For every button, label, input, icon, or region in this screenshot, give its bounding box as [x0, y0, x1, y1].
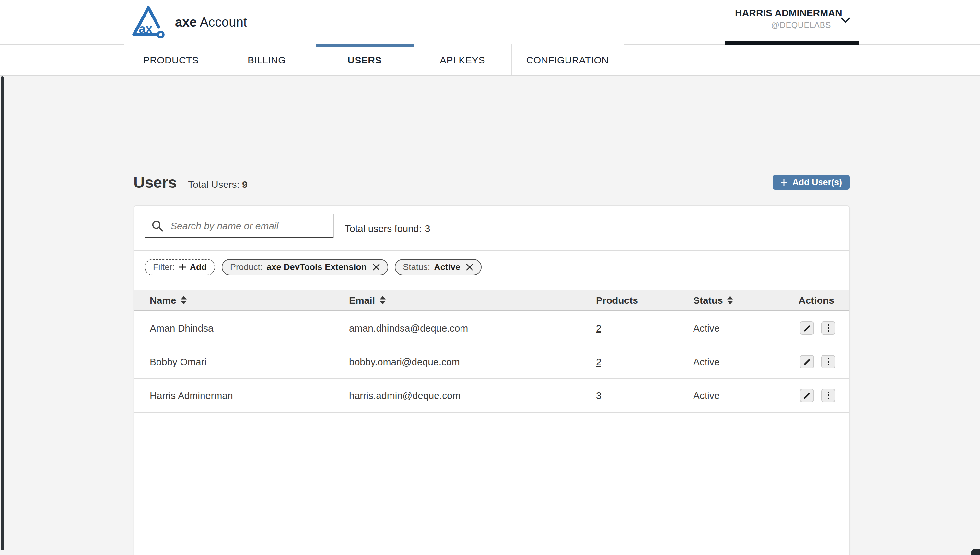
- content-area: Users Total Users: 9 Add User(s): [0, 76, 980, 555]
- cell-status: Active: [693, 322, 798, 334]
- products-count-link[interactable]: 2: [596, 356, 602, 367]
- results-count-value: 3: [425, 223, 430, 233]
- cell-status: Active: [693, 356, 798, 367]
- chevron-down-icon: [841, 18, 850, 23]
- horizontal-scrollbar[interactable]: [0, 553, 980, 554]
- sort-icon: [181, 296, 187, 305]
- cell-name: Bobby Omari: [150, 356, 349, 367]
- cell-status: Active: [693, 390, 798, 401]
- table-row: Bobby Omari bobby.omari@deque.com 2 Acti…: [134, 345, 849, 379]
- results-count-label: Total users found:: [345, 223, 422, 233]
- sort-icon: [727, 296, 734, 305]
- edit-user-button[interactable]: [800, 321, 814, 335]
- table-row: Harris Adminerman harris.admin@deque.com…: [134, 379, 849, 412]
- remove-filter-button[interactable]: [466, 263, 473, 271]
- add-filter-label: Filter:: [153, 262, 175, 272]
- user-organization: @DEQUELABS: [771, 21, 831, 30]
- app-title-rest: Account: [200, 14, 247, 29]
- cell-email: bobby.omari@deque.com: [349, 356, 596, 367]
- total-users-label: Total Users:: [188, 179, 239, 190]
- tab-configuration[interactable]: CONFIGURATION: [512, 44, 624, 75]
- edit-user-button[interactable]: [800, 355, 814, 369]
- vertical-scrollbar[interactable]: [1, 76, 4, 550]
- sort-icon: [380, 296, 385, 305]
- app-title: axe Account: [175, 14, 247, 29]
- app-root: ax axe Account HARRIS ADMINERMAN @DEQUEL…: [0, 0, 980, 555]
- results-count-text: Total users found: 3: [345, 206, 430, 250]
- filter-chip-label: Status:: [403, 262, 430, 272]
- app-title-bold: axe: [175, 14, 197, 29]
- search-section: Total users found: 3: [134, 206, 849, 250]
- users-panel: Total users found: 3 Filter: Add Product…: [134, 205, 850, 555]
- filter-chip-value: Active: [434, 262, 460, 272]
- pencil-icon: [803, 358, 811, 366]
- page-header: Users Total Users: 9 Add User(s): [134, 173, 850, 195]
- scrollbar-corner: [971, 549, 980, 555]
- close-icon: [466, 263, 473, 271]
- column-header-label: Name: [150, 295, 176, 306]
- tab-users[interactable]: USERS: [316, 44, 414, 75]
- axe-logo-icon: ax: [132, 6, 165, 38]
- plus-icon: [781, 179, 788, 186]
- column-header-label: Email: [349, 295, 375, 306]
- column-header-label: Products: [596, 295, 638, 306]
- top-bar: ax axe Account HARRIS ADMINERMAN @DEQUEL…: [0, 0, 980, 45]
- total-users: Total Users: 9: [188, 179, 247, 190]
- column-header-products: Products: [596, 295, 693, 306]
- tab-api-keys[interactable]: API KEYS: [414, 44, 512, 75]
- row-menu-button[interactable]: [821, 355, 835, 369]
- column-header-label: Actions: [798, 295, 834, 306]
- search-field: [145, 214, 334, 238]
- table-row: Aman Dhindsa aman.dhindsa@deque.com 2 Ac…: [134, 311, 849, 345]
- tab-products[interactable]: PRODUCTS: [124, 44, 218, 75]
- page-title: Users: [134, 173, 177, 192]
- column-header-label: Status: [693, 295, 723, 306]
- edit-user-button[interactable]: [800, 388, 814, 402]
- cell-name: Harris Adminerman: [150, 390, 349, 401]
- column-header-name[interactable]: Name: [150, 295, 349, 306]
- products-count-link[interactable]: 3: [596, 390, 602, 401]
- column-header-status[interactable]: Status: [693, 295, 798, 306]
- cell-actions: [798, 321, 849, 335]
- filter-chip-status[interactable]: Status: Active: [394, 259, 481, 275]
- remove-filter-button[interactable]: [372, 263, 380, 271]
- add-filter-chip[interactable]: Filter: Add: [145, 259, 215, 275]
- plus-icon: [179, 263, 186, 271]
- add-users-button-label: Add User(s): [792, 178, 842, 187]
- filter-chip-label: Product:: [230, 262, 263, 272]
- column-header-email[interactable]: Email: [349, 295, 596, 306]
- user-name: HARRIS ADMINERMAN: [735, 7, 840, 18]
- user-menu-active-underline: [725, 42, 859, 45]
- column-header-actions: Actions: [798, 295, 849, 306]
- kebab-menu-icon: [827, 358, 829, 366]
- user-menu-right-divider: [859, 0, 859, 75]
- svg-text:ax: ax: [139, 22, 152, 35]
- pencil-icon: [803, 391, 811, 399]
- table-header-row: Name Email Products: [134, 290, 849, 311]
- search-icon: [152, 220, 163, 231]
- user-menu-button[interactable]: HARRIS ADMINERMAN @DEQUELABS: [725, 0, 859, 44]
- total-users-value: 9: [242, 179, 248, 190]
- cell-actions: [798, 388, 849, 402]
- add-filter-action: Add: [190, 262, 207, 272]
- row-menu-button[interactable]: [821, 321, 835, 335]
- products-count-link[interactable]: 2: [596, 322, 602, 334]
- search-input[interactable]: [169, 220, 333, 232]
- filter-chip-value: axe DevTools Extension: [267, 262, 367, 272]
- add-users-button[interactable]: Add User(s): [773, 175, 850, 190]
- pencil-icon: [803, 324, 811, 332]
- cell-email: aman.dhindsa@deque.com: [349, 322, 596, 334]
- cell-email: harris.admin@deque.com: [349, 390, 596, 401]
- brand: ax axe Account: [132, 0, 247, 44]
- users-table: Name Email Products: [134, 290, 849, 412]
- kebab-menu-icon: [827, 392, 829, 399]
- row-menu-button[interactable]: [821, 388, 835, 402]
- filter-section: Filter: Add Product: axe DevTools Extens…: [134, 250, 849, 290]
- close-icon: [372, 263, 380, 271]
- filter-chip-product[interactable]: Product: axe DevTools Extension: [222, 259, 388, 275]
- cell-actions: [798, 355, 849, 369]
- kebab-menu-icon: [827, 324, 829, 332]
- main-nav: PRODUCTS BILLING USERS API KEYS CONFIGUR…: [124, 44, 624, 75]
- tab-billing[interactable]: BILLING: [218, 44, 316, 75]
- cell-name: Aman Dhindsa: [150, 322, 349, 334]
